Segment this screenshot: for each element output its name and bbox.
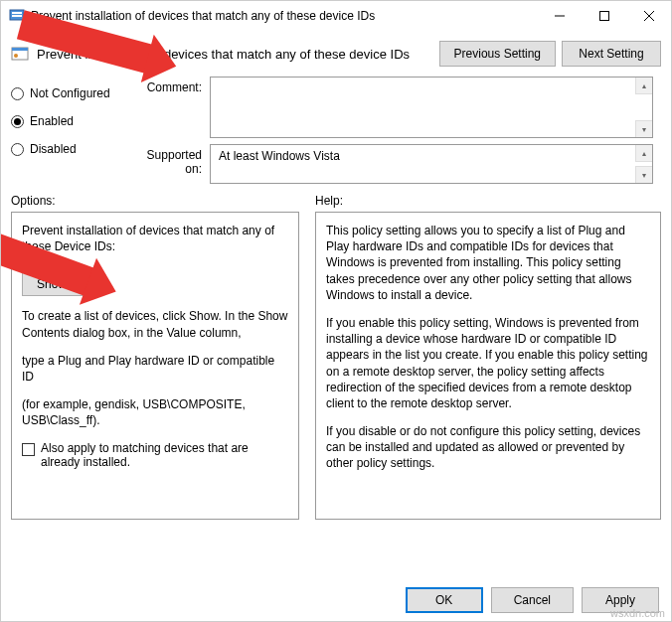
titlebar: Prevent installation of devices that mat… <box>1 1 671 31</box>
svg-rect-1 <box>12 12 22 14</box>
scroll-up-icon[interactable]: ▴ <box>635 78 652 94</box>
radio-icon <box>11 115 24 128</box>
window-controls <box>537 1 671 31</box>
minimize-button[interactable] <box>537 1 582 31</box>
show-button[interactable]: Show... <box>22 272 90 296</box>
maximize-button[interactable] <box>582 1 626 31</box>
scroll-up-icon[interactable]: ▴ <box>635 145 652 162</box>
options-text: (for example, gendisk, USB\COMPOSITE, US… <box>22 396 288 428</box>
policy-title: Prevent installation of devices that mat… <box>37 47 431 62</box>
help-label: Help: <box>315 194 661 208</box>
comment-label: Comment: <box>130 77 210 94</box>
help-panel: This policy setting allows you to specif… <box>315 212 661 520</box>
checkbox-label: Also apply to matching devices that are … <box>41 441 288 469</box>
radio-not-configured[interactable]: Not Configured <box>11 86 130 100</box>
options-label: Options: <box>11 194 299 208</box>
svg-point-9 <box>14 54 18 58</box>
footer-buttons: OK Cancel Apply <box>406 587 659 613</box>
state-section: Not Configured Enabled Disabled Comment:… <box>1 73 671 184</box>
previous-setting-button[interactable]: Previous Setting <box>439 41 556 67</box>
scroll-down-icon[interactable]: ▾ <box>635 120 652 137</box>
svg-rect-8 <box>12 48 28 51</box>
checkbox-icon[interactable] <box>22 443 35 456</box>
cancel-button[interactable]: Cancel <box>491 587 574 613</box>
supported-on-value: At least Windows Vista <box>219 149 340 163</box>
help-text: If you enable this policy setting, Windo… <box>326 315 650 411</box>
header-row: Prevent installation of devices that mat… <box>1 31 671 73</box>
svg-rect-4 <box>599 12 608 21</box>
radio-disabled[interactable]: Disabled <box>11 142 130 156</box>
window-title: Prevent installation of devices that mat… <box>31 9 537 23</box>
help-text: If you disable or do not configure this … <box>326 423 650 472</box>
radio-enabled[interactable]: Enabled <box>11 114 130 128</box>
radio-label: Not Configured <box>30 86 110 100</box>
options-panel: Prevent installation of devices that mat… <box>11 212 299 520</box>
options-text: To create a list of devices, click Show.… <box>22 308 288 340</box>
radio-icon <box>11 143 24 156</box>
next-setting-button[interactable]: Next Setting <box>562 41 661 67</box>
supported-on-box: At least Windows Vista ▴ ▾ <box>210 144 653 184</box>
radio-label: Disabled <box>30 142 77 156</box>
radio-icon <box>11 87 24 100</box>
help-text: This policy setting allows you to specif… <box>326 223 650 303</box>
ok-button[interactable]: OK <box>406 587 483 613</box>
supported-on-label: Supported on: <box>130 144 210 176</box>
apply-button[interactable]: Apply <box>582 587 659 613</box>
main-columns: Options: Prevent installation of devices… <box>1 184 671 530</box>
also-apply-checkbox-row[interactable]: Also apply to matching devices that are … <box>22 441 288 469</box>
comment-textarea[interactable]: ▴ ▾ <box>210 77 653 138</box>
policy-editor-icon <box>9 8 25 24</box>
close-button[interactable] <box>626 1 671 31</box>
scroll-down-icon[interactable]: ▾ <box>635 166 652 183</box>
options-text: type a Plug and Play hardware ID or comp… <box>22 353 288 385</box>
svg-rect-2 <box>12 15 22 17</box>
options-description: Prevent installation of devices that mat… <box>22 223 288 254</box>
policy-icon <box>11 45 29 63</box>
radio-label: Enabled <box>30 114 74 128</box>
